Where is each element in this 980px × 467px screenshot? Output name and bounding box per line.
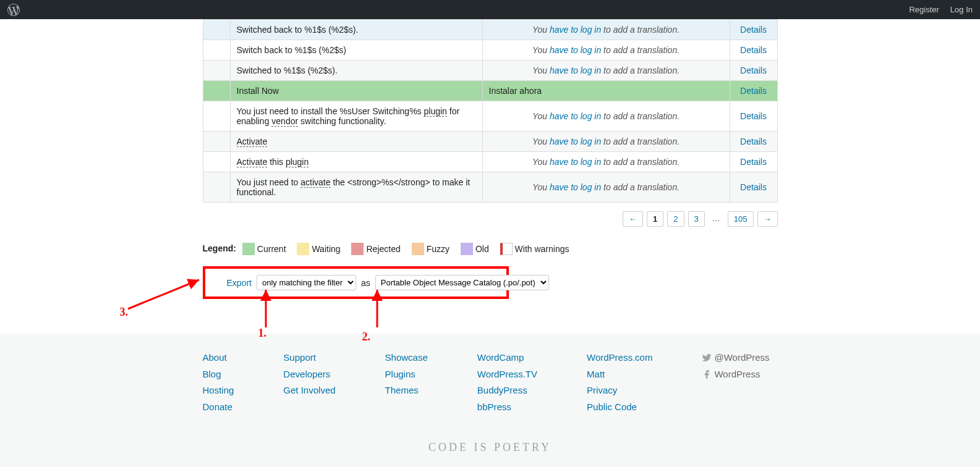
- translation-cell: You have to log in to add a translation.: [482, 101, 730, 132]
- footer-link[interactable]: Themes: [385, 384, 428, 398]
- footer-link[interactable]: bbPress: [477, 400, 537, 414]
- priority-cell: [203, 101, 230, 132]
- login-to-translate-link[interactable]: have to log in: [550, 65, 601, 75]
- footer-link[interactable]: Support: [283, 351, 335, 365]
- login-link[interactable]: Log In: [950, 5, 973, 14]
- actions-cell: Details: [730, 40, 777, 61]
- export-format-select[interactable]: Portable Object Message Catalog (.po/.po…: [375, 275, 549, 290]
- details-link[interactable]: Details: [740, 86, 767, 96]
- twitter-icon: [702, 353, 712, 363]
- priority-cell: [203, 20, 230, 40]
- footer-link[interactable]: WordCamp: [477, 351, 537, 365]
- priority-cell: [203, 172, 230, 203]
- facebook-link[interactable]: WordPress: [702, 368, 769, 382]
- footer-link[interactable]: Hosting: [203, 384, 234, 398]
- footer-link[interactable]: WordPress.com: [587, 351, 652, 365]
- footer-link[interactable]: BuddyPress: [477, 384, 537, 398]
- actions-cell: Details: [730, 20, 777, 40]
- priority-cell: [203, 132, 230, 152]
- legend-label-current: Current: [257, 244, 286, 254]
- code-is-poetry: Code is Poetry: [0, 441, 980, 454]
- page-prev[interactable]: ←: [623, 211, 643, 227]
- footer-link[interactable]: Showcase: [385, 351, 428, 365]
- original-cell: Activate this plugin: [230, 152, 482, 172]
- footer-col-1: AboutBlogHostingDonate: [203, 351, 234, 414]
- table-row[interactable]: ActivateYou have to log in to add a tran…: [203, 132, 777, 152]
- legend-swatch-waiting: [297, 243, 309, 255]
- priority-cell: [203, 81, 230, 101]
- page-last[interactable]: 105: [728, 211, 754, 227]
- legend-label-warnings: With warnings: [515, 244, 569, 254]
- translation-cell: You have to log in to add a translation.: [482, 20, 730, 40]
- twitter-link[interactable]: @WordPress: [702, 351, 769, 365]
- footer: AboutBlogHostingDonate SupportDevelopers…: [0, 334, 980, 467]
- footer-col-4: WordCampWordPress.TVBuddyPressbbPress: [477, 351, 537, 414]
- login-to-translate-link[interactable]: have to log in: [550, 111, 601, 121]
- original-cell: Install Now: [230, 81, 482, 101]
- details-link[interactable]: Details: [740, 182, 767, 192]
- page-2[interactable]: 2: [667, 211, 684, 227]
- original-cell: Switched to %1$s (%2$s).: [230, 61, 482, 81]
- original-cell: Switched back to %1$s (%2$s).: [230, 20, 482, 40]
- table-row[interactable]: Switched back to %1$s (%2$s).You have to…: [203, 20, 777, 40]
- facebook-icon: [702, 369, 712, 379]
- footer-link[interactable]: WordPress.TV: [477, 368, 537, 382]
- legend-swatch-current: [242, 243, 255, 255]
- register-link[interactable]: Register: [909, 5, 939, 14]
- table-row[interactable]: You just need to install the %sUser Swit…: [203, 101, 777, 132]
- footer-link[interactable]: Public Code: [587, 400, 652, 414]
- table-row[interactable]: Install NowInstalar ahoraDetails: [203, 81, 777, 101]
- footer-link[interactable]: About: [203, 351, 234, 365]
- footer-link[interactable]: Donate: [203, 400, 234, 414]
- translation-cell: You have to log in to add a translation.: [482, 172, 730, 203]
- legend-label-fuzzy: Fuzzy: [427, 244, 450, 254]
- details-link[interactable]: Details: [740, 137, 767, 146]
- login-to-translate-link[interactable]: have to log in: [550, 137, 601, 146]
- table-row[interactable]: You just need to activate the <strong>%s…: [203, 172, 777, 203]
- admin-bar: Register Log In: [0, 0, 980, 19]
- login-to-translate-link[interactable]: have to log in: [550, 157, 601, 167]
- details-link[interactable]: Details: [740, 111, 767, 121]
- footer-col-social: @WordPress WordPress: [702, 351, 769, 414]
- wordpress-logo-icon[interactable]: [7, 4, 20, 16]
- legend-label-old: Old: [475, 244, 489, 254]
- legend-swatch-warnings: [500, 243, 513, 255]
- table-row[interactable]: Activate this pluginYou have to log in t…: [203, 152, 777, 172]
- footer-link[interactable]: Blog: [203, 368, 234, 382]
- legend-swatch-old: [461, 243, 473, 255]
- details-link[interactable]: Details: [740, 65, 767, 75]
- page-next[interactable]: →: [757, 211, 778, 227]
- legend-swatch-rejected: [351, 243, 364, 255]
- login-to-translate-link[interactable]: have to log in: [550, 45, 601, 55]
- table-row[interactable]: Switch back to %1$s (%2$s)You have to lo…: [203, 40, 777, 61]
- export-as-label: as: [361, 278, 370, 288]
- page-3[interactable]: 3: [688, 211, 705, 227]
- actions-cell: Details: [730, 101, 777, 132]
- details-link[interactable]: Details: [740, 25, 767, 35]
- footer-link[interactable]: Matt: [587, 368, 652, 382]
- footer-link[interactable]: Plugins: [385, 368, 428, 382]
- original-cell: You just need to activate the <strong>%s…: [230, 172, 482, 203]
- actions-cell: Details: [730, 61, 777, 81]
- pagination: ← 1 2 3 … 105 →: [203, 211, 778, 227]
- login-to-translate-link[interactable]: have to log in: [550, 25, 601, 35]
- footer-link[interactable]: Privacy: [587, 384, 652, 398]
- facebook-label: WordPress: [714, 368, 760, 382]
- legend-label-waiting: Waiting: [312, 244, 340, 254]
- export-link[interactable]: Export: [227, 278, 252, 288]
- translation-cell: You have to log in to add a translation.: [482, 152, 730, 172]
- footer-link[interactable]: Developers: [283, 368, 335, 382]
- table-row[interactable]: Switched to %1$s (%2$s).You have to log …: [203, 61, 777, 81]
- annotation-arrow-3: [125, 275, 205, 312]
- footer-link[interactable]: Get Involved: [283, 384, 335, 398]
- translation-cell: You have to log in to add a translation.: [482, 132, 730, 152]
- legend: Legend: Current Waiting Rejected Fuzzy O…: [203, 243, 778, 255]
- priority-cell: [203, 61, 230, 81]
- details-link[interactable]: Details: [740, 157, 767, 167]
- annotation-arrow-1: [260, 287, 272, 330]
- login-to-translate-link[interactable]: have to log in: [550, 182, 601, 192]
- original-cell: Activate: [230, 132, 482, 152]
- priority-cell: [203, 152, 230, 172]
- page-dots: …: [709, 211, 724, 227]
- details-link[interactable]: Details: [740, 45, 767, 55]
